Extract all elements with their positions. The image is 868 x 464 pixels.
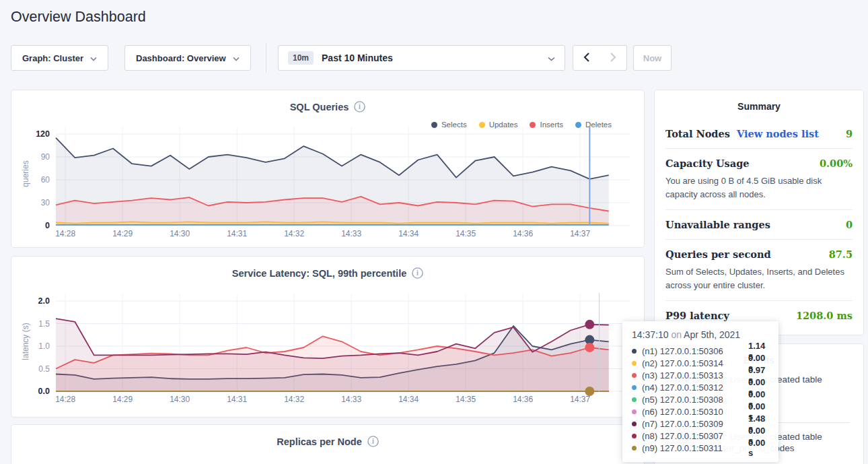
chevron-left-icon xyxy=(583,52,591,65)
svg-text:14:29: 14:29 xyxy=(112,395,133,404)
node-color-dot xyxy=(632,446,637,451)
node-latency-value: 0.00 s xyxy=(748,438,769,458)
time-prev-button[interactable] xyxy=(573,45,600,71)
summary-row-description: You are using 0 B of 4.5 GiB usable disk… xyxy=(665,174,853,201)
node-color-dot xyxy=(632,422,637,426)
chevron-down-icon xyxy=(548,53,555,63)
svg-text:14:36: 14:36 xyxy=(513,229,533,238)
page-title: Overview Dashboard xyxy=(11,9,146,26)
node-address: (n9) 127.0.0.1:50311 xyxy=(642,443,743,453)
time-range-badge: 10m xyxy=(288,51,314,65)
summary-row-value: 87.5 xyxy=(829,248,853,260)
replicas-per-node-title: Replicas per Node xyxy=(277,436,362,447)
node-color-dot xyxy=(632,397,637,402)
tooltip-timestamp: 14:37:10 on Apr 5th, 2021 xyxy=(632,329,769,340)
graph-dropdown-label: Graph: Cluster xyxy=(22,53,83,63)
node-address: (n6) 127.0.0.1:50310 xyxy=(642,407,743,417)
dashboard-dropdown-label: Dashboard: Overview xyxy=(136,53,226,63)
svg-text:14:34: 14:34 xyxy=(398,395,419,404)
chevron-down-icon xyxy=(90,53,97,63)
node-color-dot xyxy=(632,349,637,354)
node-address: (n5) 127.0.0.1:50308 xyxy=(642,395,743,405)
node-address: (n2) 127.0.0.1:50314 xyxy=(642,358,743,368)
summary-row-label: Total Nodes xyxy=(665,128,730,139)
summary-heading: Summary xyxy=(655,101,863,112)
svg-text:14:28: 14:28 xyxy=(55,229,75,238)
summary-row: Unavailable ranges0 xyxy=(665,209,853,239)
summary-row: Queries per second87.5Sum of Selects, Up… xyxy=(665,239,853,300)
svg-text:90: 90 xyxy=(41,152,50,162)
node-color-dot xyxy=(632,361,637,366)
node-color-dot xyxy=(632,373,637,378)
summary-row-value: 0.00% xyxy=(820,158,853,169)
service-latency-chart[interactable]: 0.00.51.01.52.014:2814:2914:3014:3114:32… xyxy=(11,257,644,417)
svg-text:14:32: 14:32 xyxy=(284,395,304,404)
node-address: (n4) 127.0.0.1:50312 xyxy=(642,383,743,393)
summary-row-value: 0 xyxy=(846,219,853,230)
chart-hover-tooltip: 14:37:10 on Apr 5th, 2021 (n1) 127.0.0.1… xyxy=(622,321,779,462)
sql-queries-chart[interactable]: 030609012014:2814:2914:3014:3114:3214:33… xyxy=(11,90,644,247)
summary-row-description: Sum of Selects, Updates, Inserts, and De… xyxy=(665,265,853,292)
svg-text:2.0: 2.0 xyxy=(38,296,50,306)
summary-row-value: 1208.0 ms xyxy=(796,310,853,321)
svg-text:i: i xyxy=(372,438,374,445)
summary-row-label: P99 latency xyxy=(665,310,729,321)
svg-text:1.0: 1.0 xyxy=(38,341,50,351)
summary-row-label: Capacity Usage xyxy=(665,158,750,169)
svg-text:14:33: 14:33 xyxy=(341,395,361,404)
svg-text:1.5: 1.5 xyxy=(38,319,50,329)
node-address: (n3) 127.0.0.1:50313 xyxy=(642,370,743,380)
chevron-right-icon xyxy=(609,52,617,65)
svg-text:14:36: 14:36 xyxy=(513,395,533,404)
svg-text:14:33: 14:33 xyxy=(341,229,361,238)
svg-text:14:31: 14:31 xyxy=(227,395,247,404)
svg-text:14:30: 14:30 xyxy=(170,395,190,404)
time-range-picker[interactable]: 10m Past 10 Minutes xyxy=(278,45,565,71)
graph-dropdown[interactable]: Graph: Cluster xyxy=(11,45,108,71)
now-button[interactable]: Now xyxy=(633,45,672,71)
node-address: (n1) 127.0.0.1:50306 xyxy=(642,346,743,356)
node-address: (n7) 127.0.0.1:50309 xyxy=(642,419,743,429)
svg-text:14:35: 14:35 xyxy=(456,229,476,238)
svg-text:14:30: 14:30 xyxy=(170,229,190,238)
svg-text:120: 120 xyxy=(36,129,50,139)
time-next-button[interactable] xyxy=(600,45,627,71)
replicas-per-node-card: Replicas per Node i xyxy=(11,424,645,464)
svg-text:0.5: 0.5 xyxy=(38,364,50,374)
node-color-dot xyxy=(632,409,637,414)
time-range-label: Past 10 Minutes xyxy=(322,53,540,63)
svg-text:14:37: 14:37 xyxy=(570,229,590,238)
svg-text:14:28: 14:28 xyxy=(55,395,75,404)
svg-text:14:34: 14:34 xyxy=(398,229,419,238)
node-color-dot xyxy=(632,385,637,390)
svg-text:0.0: 0.0 xyxy=(38,387,50,396)
node-color-dot xyxy=(632,434,637,438)
svg-text:14:37: 14:37 xyxy=(570,395,590,404)
summary-row-value: 9 xyxy=(846,128,853,139)
summary-row-label: Queries per second xyxy=(665,248,771,260)
svg-text:14:29: 14:29 xyxy=(112,229,133,238)
summary-row-label: Unavailable ranges xyxy=(665,219,770,230)
sql-queries-card: SQL Queries i SelectsUpdatesInsertsDelet… xyxy=(11,90,645,248)
svg-text:14:31: 14:31 xyxy=(227,229,247,238)
controls-divider xyxy=(266,43,266,73)
svg-text:60: 60 xyxy=(41,175,50,185)
chevron-down-icon xyxy=(233,53,240,63)
svg-text:0: 0 xyxy=(45,221,50,230)
summary-panel: Summary Total NodesView nodes list9Capac… xyxy=(654,90,864,335)
service-latency-card: Service Latency: SQL, 99th percentile i … xyxy=(11,256,645,418)
svg-text:14:35: 14:35 xyxy=(456,395,476,404)
summary-row: Total NodesView nodes list9 xyxy=(665,116,853,148)
node-address: (n8) 127.0.0.1:50307 xyxy=(642,431,743,441)
svg-text:30: 30 xyxy=(41,198,50,207)
dashboard-dropdown[interactable]: Dashboard: Overview xyxy=(124,45,251,71)
info-icon[interactable]: i xyxy=(367,436,379,447)
svg-text:14:32: 14:32 xyxy=(284,229,304,238)
view-nodes-list-link[interactable]: View nodes list xyxy=(737,128,819,139)
tooltip-node-row: (n9) 127.0.0.1:503110.00 s xyxy=(632,442,769,454)
summary-row: Capacity Usage0.00%You are using 0 B of … xyxy=(665,148,853,209)
